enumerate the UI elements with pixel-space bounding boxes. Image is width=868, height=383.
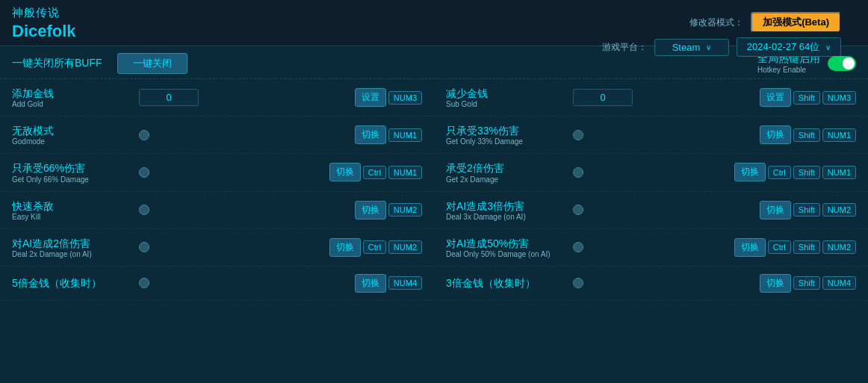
feature-name-sub-gold: 减少金钱	[446, 87, 565, 100]
feature-info-3x-gold: 3倍金钱（收集时）	[446, 276, 565, 290]
app-title: 神般传说	[12, 6, 76, 20]
hotkey-buttons-3x-gold: 切换 ShiftNUM4	[760, 274, 856, 293]
feature-row-deal-3x-ai: 对AI造成3倍伤害 Deal 3x Damage (on AI) 切换 Shif…	[434, 192, 868, 229]
feature-info-get-66-damage: 只承受66%伤害 Get Only 66% Damage	[12, 161, 131, 183]
toggle-easy-kill[interactable]	[139, 205, 149, 215]
hotkey-enable-subtitle: Hotkey Enable	[757, 66, 806, 74]
beta-badge[interactable]: 加强模式(Beta)	[751, 12, 841, 33]
key-badge-5x-gold: NUM4	[388, 276, 422, 290]
feature-row-deal-2x-ai: 对AI造成2倍伤害 Deal 2x Damage (on AI) 切换 Ctrl…	[0, 229, 434, 267]
feature-name-en-deal-50-ai: Deal Only 50% Damage (on AI)	[446, 250, 565, 258]
key-badge-sub-gold: NUM3	[822, 91, 856, 105]
hotkey-toggle[interactable]	[828, 56, 856, 71]
header: 神般传说 Dicefolk 修改器模式： 加强模式(Beta) 游戏平台： St…	[0, 0, 868, 46]
switch-btn-godmode[interactable]: 切换	[355, 125, 386, 144]
feature-info-deal-2x-ai: 对AI造成2倍伤害 Deal 2x Damage (on AI)	[12, 237, 131, 258]
feature-name-en-add-gold: Add Gold	[12, 100, 131, 108]
modifier-row: 修改器模式： 加强模式(Beta)	[689, 12, 841, 33]
feature-info-godmode: 无敌模式 Godmode	[12, 124, 131, 146]
switch-btn-get-2x-damage[interactable]: 切换	[734, 163, 766, 181]
feature-row-5x-gold: 5倍金钱（收集时） 切换 NUM4	[0, 267, 434, 301]
feature-name-en-get-2x-damage: Get 2x Damage	[446, 175, 565, 184]
platform-chevron: ∨	[706, 43, 711, 52]
feature-name-get-2x-damage: 承受2倍伤害	[446, 161, 565, 175]
switch-btn-get-66-damage[interactable]: 切换	[329, 163, 361, 181]
hotkey-buttons-sub-gold: 设置 ShiftNUM3	[760, 88, 856, 107]
platform-value: Steam	[672, 42, 701, 53]
key-badge-get-33-damage: NUM1	[822, 128, 856, 142]
switch-btn-get-33-damage[interactable]: 切换	[760, 125, 791, 144]
hotkey-buttons-get-2x-damage: 切换 CtrlShiftNUM1	[734, 163, 856, 181]
key-badge-get-2x-damage: Ctrl	[768, 166, 791, 179]
feature-name-deal-3x-ai: 对AI造成3倍伤害	[446, 199, 565, 213]
feature-name-godmode: 无敌模式	[12, 124, 131, 137]
toggle-deal-2x-ai[interactable]	[139, 242, 149, 252]
key-badge-get-66-damage: NUM1	[388, 166, 422, 179]
hotkey-buttons-5x-gold: 切换 NUM4	[355, 274, 422, 293]
feature-name-get-66-damage: 只承受66%伤害	[12, 161, 131, 175]
key-badge-godmode: NUM1	[388, 128, 422, 142]
feature-row-easy-kill: 快速杀敌 Easy Kill 切换 NUM2	[0, 192, 434, 229]
switch-btn-deal-2x-ai[interactable]: 切换	[329, 238, 361, 257]
key-badge-3x-gold: Shift	[793, 276, 820, 290]
toggle-5x-gold[interactable]	[139, 278, 149, 288]
one-key-close-button[interactable]: 一键关闭	[117, 53, 187, 74]
key-badge-deal-3x-ai: Shift	[793, 203, 820, 217]
switch-btn-deal-3x-ai[interactable]: 切换	[760, 201, 791, 219]
platform-label: 游戏平台：	[602, 41, 647, 54]
feature-name-en-godmode: Godmode	[12, 137, 131, 146]
key-badge-get-33-damage: Shift	[793, 128, 820, 142]
app-container: 神般传说 Dicefolk 修改器模式： 加强模式(Beta) 游戏平台： St…	[0, 0, 868, 383]
switch-btn-sub-gold[interactable]: 设置	[760, 88, 791, 107]
toggle-deal-3x-ai[interactable]	[573, 205, 583, 215]
switch-btn-3x-gold[interactable]: 切换	[760, 274, 791, 293]
switch-btn-5x-gold[interactable]: 切换	[355, 274, 386, 293]
hotkey-buttons-deal-50-ai: 切换 CtrlShiftNUM2	[734, 238, 856, 257]
feature-name-deal-50-ai: 对AI造成50%伤害	[446, 237, 565, 250]
hotkey-buttons-deal-3x-ai: 切换 ShiftNUM2	[760, 201, 856, 219]
input-add-gold[interactable]	[139, 89, 199, 106]
feature-row-sub-gold: 减少金钱 Sub Gold 设置 ShiftNUM3	[434, 79, 868, 116]
key-badge-add-gold: NUM3	[388, 91, 422, 105]
key-badge-get-2x-damage: NUM1	[822, 166, 856, 179]
key-badge-3x-gold: NUM4	[822, 276, 856, 290]
input-sub-gold[interactable]	[573, 89, 633, 106]
feature-name-5x-gold: 5倍金钱（收集时）	[12, 276, 131, 290]
feature-info-get-2x-damage: 承受2倍伤害 Get 2x Damage	[446, 161, 565, 183]
hotkey-buttons-get-66-damage: 切换 CtrlNUM1	[329, 163, 422, 181]
feature-info-get-33-damage: 只承受33%伤害 Get Only 33% Damage	[446, 124, 565, 146]
switch-btn-easy-kill[interactable]: 切换	[355, 201, 386, 219]
key-badge-get-66-damage: Ctrl	[363, 166, 386, 179]
toggle-deal-50-ai[interactable]	[573, 242, 583, 252]
feature-name-get-33-damage: 只承受33%伤害	[446, 124, 565, 137]
platform-select[interactable]: Steam ∨	[654, 39, 729, 56]
feature-row-get-33-damage: 只承受33%伤害 Get Only 33% Damage 切换 ShiftNUM…	[434, 116, 868, 154]
switch-btn-add-gold[interactable]: 设置	[355, 88, 386, 107]
toggle-get-2x-damage[interactable]	[573, 167, 583, 178]
toggle-3x-gold[interactable]	[573, 278, 583, 288]
toggle-godmode[interactable]	[139, 130, 149, 140]
header-right: 修改器模式： 加强模式(Beta) 游戏平台： Steam ∨ 2024-02-…	[602, 12, 856, 57]
feature-name-en-deal-3x-ai: Deal 3x Damage (on AI)	[446, 213, 565, 221]
feature-name-en-sub-gold: Sub Gold	[446, 100, 565, 108]
modifier-label: 修改器模式：	[689, 16, 743, 29]
toggle-get-33-damage[interactable]	[573, 130, 583, 140]
version-select[interactable]: 2024-02-27 64位 ∨	[737, 37, 841, 57]
key-badge-get-2x-damage: Shift	[793, 166, 820, 179]
feature-info-add-gold: 添加金钱 Add Gold	[12, 87, 131, 108]
hotkey-buttons-add-gold: 设置 NUM3	[355, 88, 422, 107]
toggle-get-66-damage[interactable]	[139, 167, 149, 178]
app-subtitle: Dicefolk	[12, 22, 76, 41]
key-badge-deal-3x-ai: NUM2	[822, 203, 856, 217]
version-chevron: ∨	[825, 43, 831, 52]
key-badge-deal-50-ai: NUM2	[822, 240, 856, 254]
feature-info-sub-gold: 减少金钱 Sub Gold	[446, 87, 565, 108]
feature-row-3x-gold: 3倍金钱（收集时） 切换 ShiftNUM4	[434, 267, 868, 301]
feature-row-add-gold: 添加金钱 Add Gold 设置 NUM3	[0, 79, 434, 116]
feature-info-easy-kill: 快速杀敌 Easy Kill	[12, 199, 131, 221]
switch-btn-deal-50-ai[interactable]: 切换	[734, 238, 766, 257]
key-badge-deal-2x-ai: Ctrl	[363, 240, 386, 254]
key-badge-sub-gold: Shift	[793, 91, 820, 105]
feature-info-deal-50-ai: 对AI造成50%伤害 Deal Only 50% Damage (on AI)	[446, 237, 565, 258]
hotkey-buttons-deal-2x-ai: 切换 CtrlNUM2	[329, 238, 422, 257]
